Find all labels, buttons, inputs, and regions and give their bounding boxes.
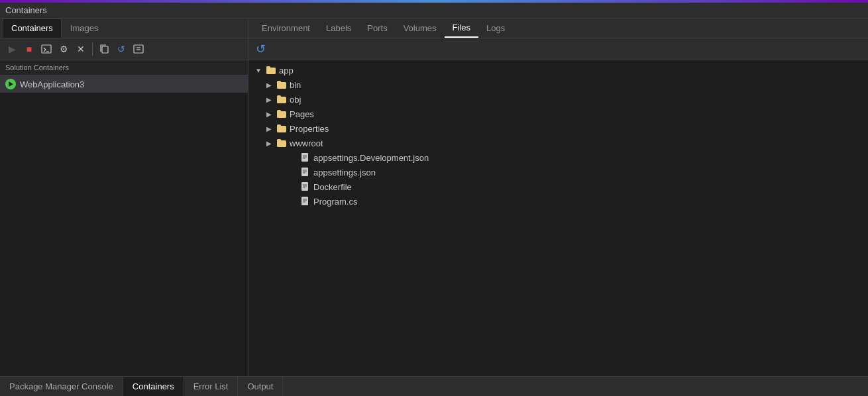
tab-ports[interactable]: Ports: [359, 19, 395, 37]
tree-label-wwwroot: wwwroot: [290, 138, 323, 148]
right-tab-bar: Environment Labels Ports Volumes Files L…: [248, 19, 868, 38]
tree-label-dockerfile: Dockerfile: [313, 182, 352, 192]
right-panel: Environment Labels Ports Volumes Files L…: [248, 19, 868, 376]
tab-images[interactable]: Images: [62, 19, 107, 38]
tree-item-pages[interactable]: ▶ Pages: [248, 107, 868, 121]
spacer-program: [288, 197, 298, 206]
terminal-button[interactable]: [38, 41, 54, 57]
tree-item-appsettings[interactable]: appsettings.json: [248, 165, 868, 179]
file-icon-appsettings: [300, 167, 311, 177]
folder-icon-pages: [276, 109, 287, 119]
spacer-appsettings: [288, 168, 298, 177]
tree-label-app: app: [279, 66, 294, 75]
toolbar-separator: [92, 42, 93, 56]
tree-item-app[interactable]: ▼ app: [248, 63, 868, 77]
tree-item-dockerfile[interactable]: Dockerfile: [248, 179, 868, 194]
copy-button[interactable]: [96, 41, 112, 57]
bottom-tab-package-manager[interactable]: Package Manager Console: [0, 377, 123, 396]
tree-item-wwwroot[interactable]: ▶ wwwroot: [248, 136, 868, 150]
chevron-bin: ▶: [264, 80, 274, 89]
chevron-obj: ▶: [264, 95, 274, 104]
stop-button[interactable]: ■: [21, 41, 37, 57]
title-bar: Containers: [0, 3, 868, 19]
settings-button[interactable]: ⚙: [56, 41, 72, 57]
tree-item-bin[interactable]: ▶ bin: [248, 77, 868, 92]
folder-icon-wwwroot: [276, 138, 287, 148]
chevron-wwwroot: ▶: [264, 138, 274, 148]
tree-label-appsettings: appsettings.json: [313, 168, 376, 177]
folder-icon-properties: [276, 123, 287, 134]
file-icon-dockerfile: [300, 181, 311, 192]
left-tab-bar: Containers Images: [0, 19, 248, 38]
tree-label-program: Program.cs: [313, 197, 357, 207]
tree-item-properties[interactable]: ▶ Properties: [248, 121, 868, 136]
folder-icon-obj: [276, 94, 287, 105]
tree-label-properties: Properties: [290, 124, 329, 134]
bottom-tab-bar: Package Manager Console Containers Error…: [0, 376, 868, 396]
svg-rect-2: [102, 46, 108, 53]
file-tree: ▼ app ▶ bin ▶ obj: [248, 60, 868, 376]
svg-rect-3: [134, 45, 143, 53]
title-label: Containers: [5, 5, 47, 15]
running-indicator: [5, 79, 16, 89]
bottom-tab-output[interactable]: Output: [238, 377, 283, 396]
spacer-dockerfile: [288, 182, 298, 191]
file-icon-appsettings-dev: [300, 152, 311, 163]
spacer-appsettings-dev: [288, 153, 298, 162]
more-button[interactable]: [131, 41, 146, 57]
delete-button[interactable]: ✕: [73, 41, 89, 57]
tree-item-obj[interactable]: ▶ obj: [248, 92, 868, 107]
refresh-right-button[interactable]: ↺: [252, 41, 268, 57]
play-button[interactable]: ▶: [4, 41, 20, 57]
left-toolbar: ▶ ■ ⚙ ✕ ↺: [0, 38, 248, 60]
tree-item-program[interactable]: Program.cs: [248, 194, 868, 209]
tree-label-appsettings-dev: appsettings.Development.json: [313, 153, 429, 163]
tab-environment[interactable]: Environment: [254, 19, 318, 37]
folder-icon-app: [266, 65, 276, 75]
main-area: Containers Images ▶ ■ ⚙ ✕: [0, 19, 868, 376]
tab-files[interactable]: Files: [445, 19, 478, 38]
container-name: WebApplication3: [20, 79, 84, 89]
file-icon-program: [300, 196, 311, 207]
chevron-app: ▼: [254, 66, 263, 75]
bottom-tab-containers[interactable]: Containers: [123, 377, 184, 396]
tree-label-bin: bin: [290, 80, 301, 90]
chevron-properties: ▶: [264, 124, 274, 133]
bottom-tab-error-list[interactable]: Error List: [184, 377, 239, 396]
tab-volumes[interactable]: Volumes: [396, 19, 445, 37]
tab-labels[interactable]: Labels: [318, 19, 359, 37]
left-panel: Containers Images ▶ ■ ⚙ ✕: [0, 19, 248, 376]
right-toolbar: ↺: [248, 38, 868, 60]
section-header: Solution Containers: [0, 60, 248, 75]
tab-containers[interactable]: Containers: [3, 19, 62, 38]
tab-logs[interactable]: Logs: [478, 19, 513, 37]
container-item[interactable]: WebApplication3: [0, 75, 248, 93]
container-list: WebApplication3: [0, 75, 248, 376]
refresh-left-button[interactable]: ↺: [113, 41, 129, 57]
tree-label-obj: obj: [290, 95, 301, 105]
tree-item-appsettings-dev[interactable]: appsettings.Development.json: [248, 150, 868, 165]
chevron-pages: ▶: [264, 109, 274, 119]
folder-icon-bin: [276, 79, 287, 90]
tree-label-pages: Pages: [290, 109, 314, 119]
